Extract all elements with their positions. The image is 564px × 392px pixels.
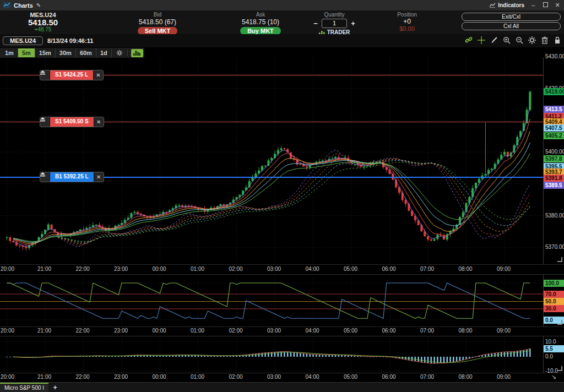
time-axis-aroon[interactable]: 20:0021:0022:0023:0000:0001:0002:0003:00…	[0, 326, 564, 336]
axis-tick-label: 5400.00	[545, 149, 564, 155]
time-tick-label: 08:00	[459, 328, 473, 334]
bid-label: Bid	[116, 12, 199, 18]
order-cancel-icon[interactable]: ✕	[94, 172, 104, 182]
buy-mkt-button[interactable]: Buy MKT	[240, 27, 281, 35]
order-cancel-icon[interactable]: ✕	[94, 117, 104, 127]
time-tick-label: 00:00	[153, 266, 166, 272]
time-tick-label: 06:00	[382, 328, 396, 334]
indicators-label: Indicators	[498, 2, 524, 8]
maximize-icon	[543, 2, 548, 7]
time-tick-label: 06:00	[382, 374, 396, 380]
cxl-all-button[interactable]: Cxl All	[462, 22, 561, 30]
titlebar: Charts ✎ Indicators – ✕	[0, 0, 564, 10]
charts-app-icon	[3, 2, 10, 8]
tab-micro-sp500[interactable]: Micro S&P 500 I	[0, 383, 48, 392]
macd-axis[interactable]: 10.00.0-10.05.5	[543, 336, 564, 373]
time-tick-label: 23:00	[114, 374, 128, 380]
aroon-indicator-panel[interactable]: 100.070.050.030.00.0	[0, 274, 564, 327]
maximize-button[interactable]	[542, 2, 549, 8]
time-tick-label: 04:00	[306, 328, 319, 334]
time-tick-label: 09:00	[497, 328, 511, 334]
time-tick-label: 20:00	[1, 328, 14, 334]
timeframe-button-1d[interactable]: 1d	[96, 48, 112, 57]
timeframe-button-1m[interactable]: 1m	[1, 48, 18, 57]
time-axis-macd[interactable]: ↘ 20:0021:0022:0023:0000:0001:0002:0003:…	[0, 372, 564, 382]
axis-value-badge: 5389.5	[544, 182, 564, 189]
axis-resize-handle[interactable]	[557, 320, 562, 325]
candlestick-chart	[0, 57, 544, 264]
timeframe-button-5m[interactable]: 5m	[18, 48, 35, 57]
main-chart-panel[interactable]: S1 5424.25 L✕S1 5409.50 S✕B1 5392.25 L✕ …	[0, 57, 564, 265]
order-eject-icon[interactable]	[40, 172, 50, 182]
quantity-input[interactable]: 1	[322, 19, 347, 28]
ask-label: Ask	[219, 12, 302, 18]
axis-value-badge: 5405.2	[544, 132, 564, 139]
brush-icon[interactable]	[490, 36, 498, 45]
time-tick-label: 22:00	[76, 328, 90, 334]
axis-resize-handle[interactable]	[557, 257, 562, 262]
axis-tick-label: 5380.00	[545, 213, 564, 219]
timeframe-button-60m[interactable]: 60m	[76, 48, 96, 57]
add-chart-tab-button[interactable]: +	[48, 383, 62, 392]
panel-resize-arrow-icon[interactable]: ↘	[551, 373, 556, 380]
indicators-icon	[490, 3, 496, 8]
order-eject-icon[interactable]	[40, 70, 50, 80]
time-tick-label: 06:00	[382, 266, 396, 272]
time-tick-label: 21:00	[37, 328, 51, 334]
position-block: Position +0 $0.00	[372, 12, 442, 32]
time-tick-label: 00:00	[153, 328, 166, 334]
edit-title-icon[interactable]: ✎	[36, 2, 41, 8]
order-label-0[interactable]: S1 5424.25 L✕	[40, 70, 104, 80]
quantity-increment-button[interactable]: +	[350, 19, 356, 28]
order-label-2[interactable]: B1 5392.25 L✕	[40, 172, 104, 182]
zoom-out-icon[interactable]	[515, 36, 524, 45]
bid-value: 5418.50 (67)	[116, 18, 199, 26]
quantity-decrement-button[interactable]: −	[313, 19, 318, 28]
time-tick-label: 09:00	[497, 374, 511, 380]
time-tick-label: 22:00	[76, 266, 90, 272]
volume-histogram-button[interactable]	[131, 49, 143, 57]
crosshair-icon[interactable]	[477, 36, 486, 45]
order-label-1[interactable]: S1 5409.50 S✕	[40, 117, 104, 127]
time-tick-label: 01:00	[191, 374, 204, 380]
axis-value-badge: 5413.5	[544, 106, 564, 113]
time-tick-label: 20:00	[1, 266, 14, 272]
time-tick-label: 23:00	[114, 266, 128, 272]
price-axis[interactable]: 5430.005420.005400.005380.005370.005419.…	[543, 57, 564, 264]
chart-tabbar: Micro S&P 500 I +	[0, 382, 564, 392]
last-price: 5418.50	[0, 18, 86, 26]
order-cancel-icon[interactable]: ✕	[93, 70, 103, 80]
time-tick-label: 21:00	[37, 266, 51, 272]
order-eject-icon[interactable]	[40, 117, 50, 127]
symbol-tab[interactable]: MES.U24	[3, 36, 43, 45]
settings-gear-icon[interactable]	[528, 36, 536, 45]
macd-indicator-panel[interactable]: 10.00.0-10.05.5	[0, 336, 564, 373]
trade-header: MES.U24 5418.50 +48.75 Bid 5418.50 (67) …	[0, 10, 564, 35]
axis-value-badge: 5391.8	[544, 175, 564, 182]
time-tick-label: 07:00	[420, 328, 434, 334]
exit-cxl-button[interactable]: Exit/Cxl	[462, 13, 561, 21]
aroon-axis[interactable]: 100.070.050.030.00.0	[543, 275, 564, 326]
link-icon[interactable]	[464, 36, 473, 45]
axis-tick-label: 5370.00	[545, 244, 564, 250]
sell-mkt-button[interactable]: Sell MKT	[138, 27, 177, 35]
close-button[interactable]: ✕	[554, 2, 561, 8]
chart-settings-gear-icon[interactable]	[112, 50, 128, 56]
zoom-in-icon[interactable]	[502, 36, 511, 45]
timeframe-button-15m[interactable]: 15m	[35, 48, 56, 57]
axis-resize-handle[interactable]	[557, 366, 562, 371]
charts-window: Charts ✎ Indicators – ✕ MES.U24 5418.50 …	[0, 0, 564, 392]
axis-value-badge: 5.5	[544, 345, 564, 352]
minimize-button[interactable]: –	[530, 2, 536, 8]
time-axis-main[interactable]: 20:0021:0022:0023:0000:0001:0002:0003:00…	[0, 264, 564, 274]
trash-icon[interactable]	[540, 36, 549, 45]
time-tick-label: 07:00	[420, 374, 434, 380]
lock-icon[interactable]	[553, 36, 562, 45]
time-tick-label: 04:00	[306, 374, 319, 380]
timeframe-button-30m[interactable]: 30m	[56, 48, 76, 57]
time-tick-label: 01:00	[191, 328, 204, 334]
aroon-chart	[0, 275, 544, 326]
axis-value-badge: 100.0	[544, 280, 564, 287]
bid-block: Bid 5418.50 (67) Sell MKT	[116, 12, 199, 35]
indicators-button[interactable]: Indicators	[490, 2, 524, 8]
